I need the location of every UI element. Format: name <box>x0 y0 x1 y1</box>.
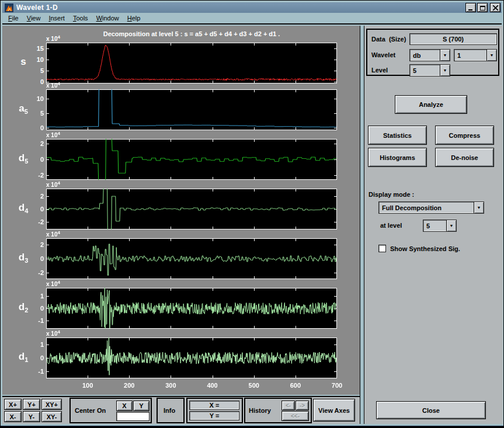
subplot-d2[interactable] <box>46 288 337 329</box>
display-mode-label: Display mode : <box>369 191 414 198</box>
center-y-button[interactable]: Y <box>133 401 150 411</box>
zoom-y-minusplus-button[interactable]: Y+ <box>23 399 40 410</box>
subplot-d5[interactable] <box>46 139 337 180</box>
menu-bar: File View Insert Tools Window Help <box>2 13 502 25</box>
subplot-d1[interactable] <box>46 337 337 378</box>
analyze-button[interactable]: Analyze <box>395 95 467 114</box>
ytick-label: 1 <box>24 292 44 300</box>
zoom-x-minusplus-button[interactable]: X+ <box>4 399 22 410</box>
zoom-buttons: X+Y+XY+X-Y-XY- <box>4 399 62 422</box>
menu-window[interactable]: Window <box>93 13 124 23</box>
center-on-group: Center On X Y <box>69 398 152 423</box>
title-bar: Wavelet 1-D <box>2 2 502 13</box>
plot-region: Decomposition at level 5 : s = a5 + d5 +… <box>2 26 360 395</box>
ytick-label: 2 <box>24 192 44 200</box>
ytick-label: 5 <box>24 109 44 117</box>
ytick-label: 0 <box>24 304 44 312</box>
ytick-label: 2 <box>24 140 44 148</box>
wavelet-family-value: db <box>410 50 440 61</box>
wavelet-family-select[interactable]: db ▼ <box>409 49 450 61</box>
xtick-label: 600 <box>283 382 308 389</box>
y-exponent-label: x 104 <box>46 280 60 287</box>
level-label: Level <box>371 67 388 74</box>
y-exponent-label: x 104 <box>46 34 60 42</box>
ytick-label: 5 <box>24 67 44 75</box>
minimize-icon <box>468 5 473 11</box>
ytick-label: 0 <box>24 354 44 362</box>
subplot-d3[interactable] <box>46 238 337 279</box>
coordinates-group: X = Y = <box>186 398 243 423</box>
matlab-flame-icon <box>5 4 13 12</box>
ytick-label: 0 <box>24 78 44 86</box>
ytick-label: 1 <box>24 340 44 349</box>
xtick-label: 200 <box>116 382 142 389</box>
denoise-button[interactable]: De-noise <box>435 148 494 167</box>
chevron-down-icon[interactable]: ▼ <box>446 220 456 231</box>
at-level-label: at level <box>380 222 402 229</box>
wavelet-number-value: 1 <box>454 50 486 61</box>
panel-divider <box>360 26 364 424</box>
zoom-x-minus-button[interactable]: X- <box>4 411 22 422</box>
statistics-button[interactable]: Statistics <box>368 126 427 145</box>
subplot-d4[interactable] <box>46 189 337 229</box>
at-level-select[interactable]: 5 ▼ <box>423 220 457 232</box>
wavelet-number-select[interactable]: 1 ▼ <box>454 49 497 61</box>
zoom-y-minus-button[interactable]: Y- <box>23 411 40 422</box>
xtick-label: 300 <box>158 382 183 389</box>
menu-help[interactable]: Help <box>124 13 145 23</box>
window-bottom-border <box>1 426 503 427</box>
y-exponent-label: x 104 <box>46 329 60 337</box>
center-x-button[interactable]: X <box>116 401 133 411</box>
close-dialog-button[interactable]: Close <box>376 401 486 419</box>
ytick-label: -2 <box>24 218 44 226</box>
x-coordinate-display: X = <box>189 401 239 410</box>
center-on-input[interactable] <box>116 412 150 421</box>
history-forward-button[interactable]: -> <box>296 401 309 410</box>
ytick-label: 15 <box>24 44 44 53</box>
minimize-button[interactable] <box>465 3 476 12</box>
ytick-label: 2 <box>24 241 44 249</box>
history-back-button[interactable]: <- <box>281 401 295 410</box>
menu-insert[interactable]: Insert <box>45 13 69 23</box>
maximize-button[interactable] <box>477 3 488 12</box>
data-size-value: S (700) <box>409 33 497 45</box>
center-on-label: Center On <box>75 407 106 414</box>
chevron-down-icon[interactable]: ▼ <box>440 65 450 76</box>
bottom-toolbar: X+Y+XY+X-Y-XY- Center On X Y Info X = Y … <box>2 396 360 424</box>
wavelet-label: Wavelet <box>371 51 395 58</box>
subplot-a5[interactable] <box>46 89 337 130</box>
close-icon <box>493 5 498 11</box>
level-select[interactable]: 5 ▼ <box>409 64 450 76</box>
show-synthesized-checkbox[interactable] <box>378 245 386 252</box>
y-coordinate-display: Y = <box>189 411 239 420</box>
chevron-down-icon[interactable]: ▼ <box>474 202 484 213</box>
control-panel: Data (Size) S (700) Wavelet db ▼ 1 ▼ Lev… <box>364 26 503 424</box>
show-synthesized-label: Show Synthesized Sig. <box>390 245 460 252</box>
close-button[interactable] <box>490 3 500 12</box>
decomposition-title: Decomposition at level 5 : s = a5 + d5 +… <box>43 30 340 37</box>
history-all-button[interactable]: <<- <box>281 411 309 421</box>
subplot-s[interactable] <box>46 43 337 83</box>
histograms-button[interactable]: Histograms <box>368 148 427 167</box>
compress-button[interactable]: Compress <box>435 126 494 145</box>
xtick-label: 400 <box>200 382 225 389</box>
zoom-xy-minus-button[interactable]: XY- <box>41 411 62 422</box>
ytick-label: 10 <box>24 95 44 103</box>
y-exponent-label: x 104 <box>46 180 60 188</box>
view-axes-button[interactable]: View Axes <box>313 399 355 422</box>
ytick-label: 0 <box>24 155 44 163</box>
chevron-down-icon[interactable]: ▼ <box>440 50 450 61</box>
menu-tools[interactable]: Tools <box>69 13 93 23</box>
menu-view[interactable]: View <box>23 13 46 23</box>
menu-file[interactable]: File <box>5 13 23 23</box>
level-value: 5 <box>410 65 440 76</box>
ytick-label: -2 <box>24 171 44 179</box>
zoom-xy-minusplus-button[interactable]: XY+ <box>41 399 62 410</box>
display-mode-select[interactable]: Full Decomposition ▼ <box>378 201 484 214</box>
window-title: Wavelet 1-D <box>16 4 464 12</box>
chevron-down-icon[interactable]: ▼ <box>486 50 496 61</box>
display-mode-value: Full Decomposition <box>379 202 474 213</box>
y-exponent-label: x 104 <box>46 81 60 89</box>
ytick-label: 10 <box>24 55 44 64</box>
xtick-label: 700 <box>324 382 350 389</box>
